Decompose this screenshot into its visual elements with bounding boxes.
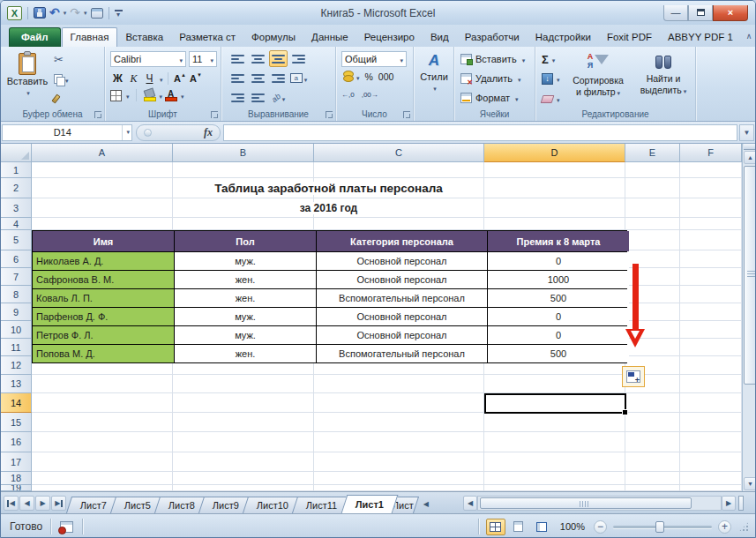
undo-icon[interactable]: ↶ — [49, 7, 60, 19]
increase-font-button[interactable]: А▲ — [173, 71, 188, 86]
table-cell[interactable]: Основной персонал — [317, 326, 487, 344]
ribbon-tab[interactable]: Надстройки — [528, 28, 599, 47]
wrap-text-button[interactable] — [289, 50, 308, 67]
row-header[interactable]: 4 — [1, 218, 32, 230]
horizontal-scroll-thumb[interactable] — [480, 497, 692, 509]
table-cell[interactable]: Попова М. Д. — [33, 345, 174, 362]
cut-button[interactable]: ✂ — [54, 52, 69, 67]
scroll-down-icon[interactable]: ▼ — [744, 477, 756, 490]
ribbon-tab[interactable]: Вид — [423, 28, 457, 47]
underline-dropdown-icon[interactable] — [158, 73, 163, 84]
scroll-right-icon[interactable]: ▶ — [722, 496, 736, 511]
split-handle[interactable] — [744, 144, 756, 150]
ribbon-tab[interactable]: Формулы — [243, 28, 303, 47]
ribbon-tab[interactable]: Рецензиро — [356, 28, 423, 47]
table-cell[interactable]: жен. — [175, 345, 316, 362]
decrease-indent-button[interactable] — [228, 89, 247, 106]
page-layout-view-button[interactable] — [509, 519, 528, 535]
column-header[interactable]: F — [680, 144, 742, 162]
row-header[interactable]: 10 — [1, 321, 32, 339]
table-cell[interactable]: 1000 — [488, 271, 629, 288]
table-cell[interactable]: жен. — [175, 289, 316, 307]
restore-button[interactable] — [688, 5, 713, 21]
align-middle-button[interactable] — [249, 50, 267, 67]
row-header[interactable]: 11 — [1, 339, 32, 356]
zoom-slider[interactable] — [613, 526, 712, 528]
macro-record-icon[interactable] — [60, 521, 73, 533]
vertical-scroll-thumb[interactable] — [744, 166, 756, 385]
fill-button[interactable] — [542, 71, 560, 86]
table-header-cell[interactable]: Имя — [33, 231, 174, 251]
decrease-font-button[interactable]: А▼ — [189, 71, 204, 86]
table-cell[interactable]: муж. — [175, 326, 316, 344]
row-header[interactable]: 6 — [1, 250, 32, 268]
format-painter-button[interactable] — [54, 91, 69, 106]
dialog-launcher-icon[interactable] — [211, 111, 218, 118]
page-break-view-button[interactable] — [532, 519, 551, 535]
styles-button[interactable]: А Стили — [415, 50, 453, 108]
table-header-cell[interactable]: Пол — [175, 231, 316, 251]
table-cell[interactable]: Основной персонал — [317, 252, 487, 270]
table-header-cell[interactable]: Премия к 8 марта — [488, 231, 629, 251]
sheet-tab[interactable]: Лист1 — [341, 495, 398, 513]
table-cell[interactable]: Вспомогательный персонал — [317, 345, 487, 362]
insert-cells-button[interactable]: Вставить — [460, 51, 525, 67]
table-cell[interactable]: Николаев А. Д. — [33, 252, 174, 270]
row-header[interactable]: 14 — [1, 393, 32, 413]
table-cell[interactable]: Коваль Л. П. — [33, 289, 174, 307]
zoom-level[interactable]: 100% — [560, 521, 585, 532]
table-cell[interactable]: Основной персонал — [317, 271, 487, 288]
row-header[interactable]: 18 — [1, 472, 32, 485]
clear-button[interactable] — [542, 91, 560, 107]
align-center-button[interactable] — [249, 70, 267, 86]
grid-row[interactable] — [32, 485, 742, 491]
column-header[interactable]: E — [625, 144, 680, 162]
decrease-decimal-button[interactable]: ,00→ — [362, 91, 378, 99]
column-header[interactable]: C — [314, 144, 484, 162]
ribbon-tab[interactable]: Данные — [303, 28, 356, 47]
find-select-button[interactable]: Найти и выделить — [632, 50, 694, 107]
ribbon-tab[interactable]: Foxit PDF — [599, 28, 660, 47]
insert-function-button[interactable]: fx — [136, 124, 221, 141]
scroll-up-icon[interactable]: ▲ — [744, 151, 756, 164]
insert-options-smart-tag[interactable] — [622, 366, 645, 387]
minimize-button[interactable]: — — [663, 5, 688, 21]
tab-scroll-left-icon[interactable]: ◀ — [420, 497, 432, 512]
number-format-combo[interactable]: Общий — [341, 51, 407, 67]
row-header[interactable]: 7 — [1, 268, 32, 286]
column-header[interactable]: D — [484, 144, 625, 162]
bold-button[interactable]: Ж — [110, 71, 125, 86]
row-header[interactable]: 12 — [1, 356, 32, 375]
table-cell[interactable]: муж. — [175, 308, 316, 325]
next-sheet-icon[interactable]: ▶ — [35, 496, 50, 511]
grid-row[interactable] — [32, 393, 742, 413]
undo-dropdown-icon[interactable]: ▾ — [64, 10, 67, 17]
grid-row[interactable] — [32, 413, 742, 432]
row-header[interactable]: 13 — [1, 375, 32, 393]
customize-toolbar-icon[interactable] — [115, 10, 123, 17]
dialog-launcher-icon[interactable] — [94, 111, 101, 118]
name-box[interactable]: D14 — [2, 124, 132, 141]
font-size-combo[interactable]: 11 — [189, 51, 217, 67]
prev-sheet-icon[interactable]: ◀ — [19, 496, 34, 511]
autosum-button[interactable]: Σ — [542, 51, 555, 67]
sort-filter-button[interactable]: АЯ Сортировка и фильтр — [567, 50, 629, 107]
vertical-scrollbar[interactable]: ▲ ▼ — [742, 144, 756, 491]
paste-button[interactable]: Вставить — [6, 50, 49, 105]
table-cell[interactable]: муж. — [175, 252, 316, 270]
underline-button[interactable]: Ч — [142, 71, 157, 86]
formula-input[interactable] — [223, 124, 737, 141]
orientation-button[interactable]: ab — [269, 89, 288, 106]
ribbon-tab[interactable]: Разметка ст — [171, 28, 243, 47]
column-header[interactable]: A — [32, 144, 173, 162]
excel-logo-icon[interactable] — [7, 6, 22, 20]
close-button[interactable]: × — [713, 5, 748, 21]
ribbon-tab[interactable]: Файл — [9, 27, 61, 47]
last-sheet-icon[interactable]: ▶ — [51, 496, 66, 511]
copy-button[interactable] — [54, 71, 69, 86]
format-cells-button[interactable]: Формат — [460, 90, 519, 106]
row-header[interactable]: 9 — [1, 303, 32, 321]
zoom-slider-thumb[interactable] — [655, 521, 664, 533]
collapse-ribbon-icon[interactable]: ∧ — [741, 30, 756, 43]
increase-decimal-button[interactable]: ←,0 — [341, 91, 355, 99]
